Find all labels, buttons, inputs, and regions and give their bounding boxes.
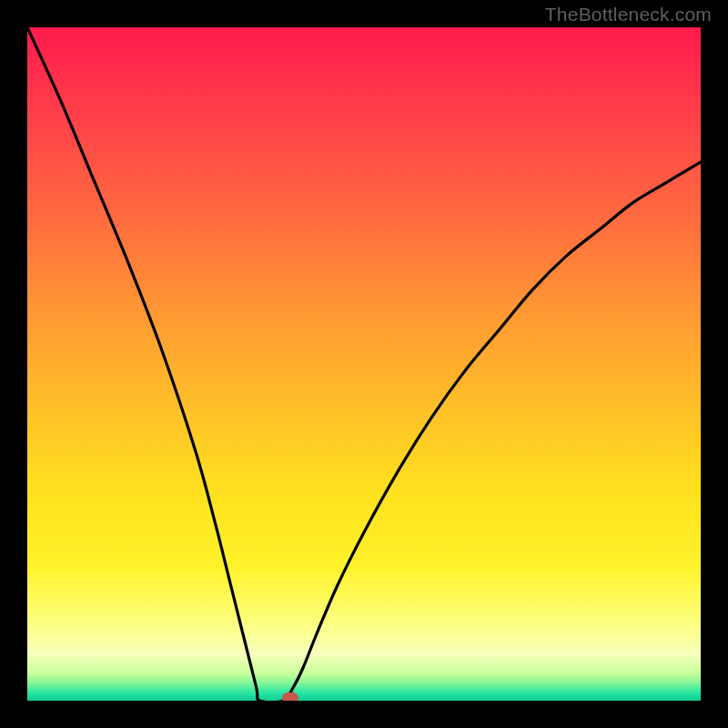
optimal-point-marker	[282, 693, 298, 701]
curve-line	[27, 27, 701, 701]
watermark-text: TheBottleneck.com	[545, 4, 712, 25]
chart-frame: TheBottleneck.com	[0, 0, 728, 728]
bottleneck-curve	[27, 27, 701, 701]
plot-area	[27, 27, 701, 701]
